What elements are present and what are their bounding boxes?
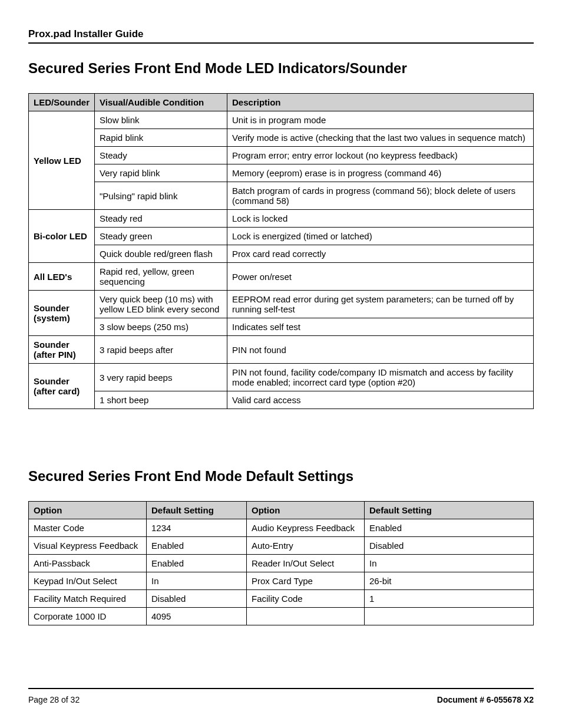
default-settings-table: Option Default Setting Option Default Se… [28,501,534,625]
table-row: Bi-color LEDSteady redLock is locked [29,210,534,228]
option-cell: Anti-Passback [29,555,147,572]
table-row: Sounder (after card)3 very rapid beepsPI… [29,364,534,391]
table-row: "Pulsing" rapid blinkBatch program of ca… [29,182,534,210]
visual-condition-cell: 1 short beep [95,391,227,409]
description-cell: Power on/reset [227,263,534,291]
option-cell [247,608,365,625]
default-cell: Disabled [147,590,247,608]
description-cell: EEPROM read error during get system para… [227,291,534,318]
description-cell: Verify mode is active (checking that the… [227,129,534,147]
table-row: Steady greenLock is energized (timed or … [29,228,534,245]
led-sounder-table: LED/Sounder Visual/Audible Condition Des… [28,93,534,409]
col-default-1: Default Setting [147,502,247,519]
visual-condition-cell: Quick double red/green flash [95,245,227,263]
table-row: Very rapid blinkMemory (eeprom) erase is… [29,164,534,182]
visual-condition-cell: 3 rapid beeps after [95,336,227,364]
led-group-label: Sounder (system) [29,291,95,336]
option-cell: Facility Code [247,590,365,608]
visual-condition-cell: Steady green [95,228,227,245]
option-cell: Visual Keypress Feedback [29,537,147,555]
led-group-label: Sounder (after PIN) [29,336,95,364]
visual-condition-cell: Slow blink [95,111,227,129]
default-cell: In [365,555,534,572]
table-row: Sounder (system)Very quick beep (10 ms) … [29,291,534,318]
visual-condition-cell: "Pulsing" rapid blink [95,182,227,210]
led-group-label: Sounder (after card) [29,364,95,409]
col-option-2: Option [247,502,365,519]
table-row: Quick double red/green flashProx card re… [29,245,534,263]
description-cell: Memory (eeprom) erase is in progress (co… [227,164,534,182]
default-cell: Disabled [365,537,534,555]
description-cell: Batch program of cards in progress (comm… [227,182,534,210]
table-row: Corporate 1000 ID4095 [29,608,534,625]
led-group-label: Yellow LED [29,111,95,210]
default-cell: Enabled [147,537,247,555]
col-default-2: Default Setting [365,502,534,519]
table-row: Master Code1234Audio Keypress FeedbackEn… [29,519,534,537]
table-row: Rapid blinkVerify mode is active (checki… [29,129,534,147]
description-cell: Program error; entry error lockout (no k… [227,147,534,164]
visual-condition-cell: Very quick beep (10 ms) with yellow LED … [95,291,227,318]
table-row: Visual Keypress FeedbackEnabledAuto-Entr… [29,537,534,555]
default-cell: In [147,572,247,590]
table-row: Facility Match RequiredDisabledFacility … [29,590,534,608]
led-group-label: All LED's [29,263,95,291]
table-row: Keypad In/Out SelectInProx Card Type26-b… [29,572,534,590]
section1-heading: Secured Series Front End Mode LED Indica… [28,60,534,77]
description-cell: Lock is energized (timed or latched) [227,228,534,245]
table-row: SteadyProgram error; entry error lockout… [29,147,534,164]
section2-heading: Secured Series Front End Mode Default Se… [28,468,534,485]
default-cell: 26-bit [365,572,534,590]
page-footer: Page 28 of 32 Document # 6-055678 X2 [28,664,534,704]
guide-title: Prox.pad Installer Guide [28,28,534,44]
description-cell: Unit is in program mode [227,111,534,129]
option-cell: Facility Match Required [29,590,147,608]
table-row: All LED'sRapid red, yellow, green sequen… [29,263,534,291]
page-number: Page 28 of 32 [28,695,80,704]
visual-condition-cell: Rapid blink [95,129,227,147]
default-cell: 1234 [147,519,247,537]
default-cell: 1 [365,590,534,608]
col-description: Description [227,94,534,111]
col-led-sounder: LED/Sounder [29,94,95,111]
description-cell: Lock is locked [227,210,534,228]
visual-condition-cell: 3 slow beeps (250 ms) [95,318,227,336]
description-cell: Prox card read correctly [227,245,534,263]
table-row: 1 short beepValid card access [29,391,534,409]
option-cell: Master Code [29,519,147,537]
default-cell: Enabled [147,555,247,572]
description-cell: PIN not found, facility code/company ID … [227,364,534,391]
table-row: Sounder (after PIN)3 rapid beeps afterPI… [29,336,534,364]
visual-condition-cell: Steady red [95,210,227,228]
table-row: Yellow LEDSlow blinkUnit is in program m… [29,111,534,129]
option-cell: Audio Keypress Feedback [247,519,365,537]
table-row: Anti-PassbackEnabledReader In/Out Select… [29,555,534,572]
description-cell: PIN not found [227,336,534,364]
default-cell: 4095 [147,608,247,625]
option-cell: Reader In/Out Select [247,555,365,572]
default-cell [365,608,534,625]
document-number: Document # 6-055678 X2 [437,695,534,704]
col-option-1: Option [29,502,147,519]
table-row: 3 slow beeps (250 ms)Indicates self test [29,318,534,336]
led-group-label: Bi-color LED [29,210,95,263]
visual-condition-cell: Very rapid blink [95,164,227,182]
col-visual: Visual/Audible Condition [95,94,227,111]
default-cell: Enabled [365,519,534,537]
visual-condition-cell: Rapid red, yellow, green sequencing [95,263,227,291]
option-cell: Keypad In/Out Select [29,572,147,590]
description-cell: Indicates self test [227,318,534,336]
visual-condition-cell: 3 very rapid beeps [95,364,227,391]
option-cell: Prox Card Type [247,572,365,590]
description-cell: Valid card access [227,391,534,409]
option-cell: Auto-Entry [247,537,365,555]
visual-condition-cell: Steady [95,147,227,164]
option-cell: Corporate 1000 ID [29,608,147,625]
